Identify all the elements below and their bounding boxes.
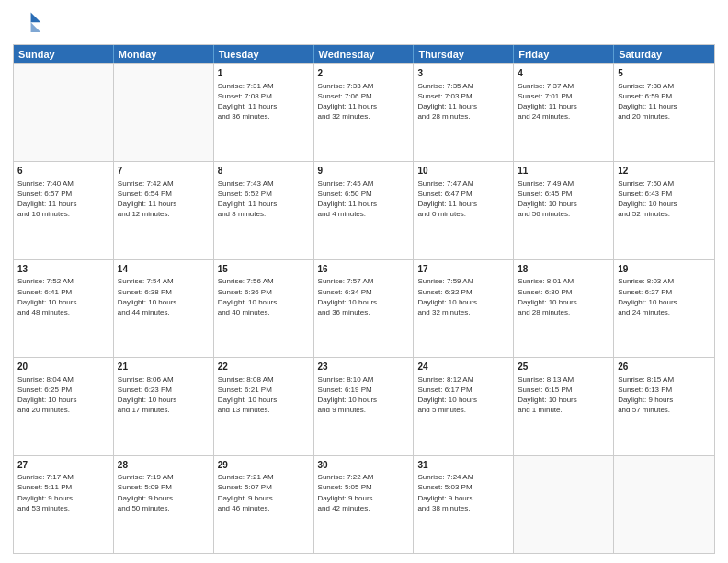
cal-cell: 20Sunrise: 8:04 AM Sunset: 6:25 PM Dayli… <box>14 358 114 454</box>
day-number: 24 <box>417 361 509 373</box>
cell-info: Sunrise: 7:47 AM Sunset: 6:47 PM Dayligh… <box>417 178 509 220</box>
cell-info: Sunrise: 7:56 AM Sunset: 6:36 PM Dayligh… <box>218 276 310 317</box>
day-number: 28 <box>118 459 210 472</box>
cal-cell: 24Sunrise: 8:12 AM Sunset: 6:17 PM Dayli… <box>414 358 514 454</box>
day-number: 18 <box>518 263 609 276</box>
cell-info: Sunrise: 7:52 AM Sunset: 6:41 PM Dayligh… <box>17 276 109 317</box>
cell-info: Sunrise: 8:06 AM Sunset: 6:23 PM Dayligh… <box>118 374 210 416</box>
day-number: 12 <box>618 165 711 178</box>
week-row-4: 20Sunrise: 8:04 AM Sunset: 6:25 PM Dayli… <box>14 357 714 454</box>
cal-cell: 13Sunrise: 7:52 AM Sunset: 6:41 PM Dayli… <box>14 260 114 357</box>
cell-info: Sunrise: 8:08 AM Sunset: 6:21 PM Dayligh… <box>218 374 310 416</box>
cell-info: Sunrise: 7:49 AM Sunset: 6:45 PM Dayligh… <box>518 178 609 220</box>
svg-marker-0 <box>31 13 41 23</box>
cal-cell: 15Sunrise: 7:56 AM Sunset: 6:36 PM Dayli… <box>214 260 314 357</box>
cell-info: Sunrise: 7:35 AM Sunset: 7:03 PM Dayligh… <box>417 81 509 122</box>
cal-cell: 28Sunrise: 7:19 AM Sunset: 5:09 PM Dayli… <box>114 456 214 553</box>
calendar: SundayMondayTuesdayWednesdayThursdayFrid… <box>13 44 715 554</box>
header-day-wednesday: Wednesday <box>314 45 415 63</box>
week-row-3: 13Sunrise: 7:52 AM Sunset: 6:41 PM Dayli… <box>14 259 714 357</box>
cal-cell: 21Sunrise: 8:06 AM Sunset: 6:23 PM Dayli… <box>114 358 214 454</box>
header-day-monday: Monday <box>114 45 214 63</box>
cal-cell: 19Sunrise: 8:03 AM Sunset: 6:27 PM Dayli… <box>614 260 714 357</box>
cal-cell: 26Sunrise: 8:15 AM Sunset: 6:13 PM Dayli… <box>614 358 714 454</box>
cell-info: Sunrise: 7:57 AM Sunset: 6:34 PM Dayligh… <box>318 276 410 317</box>
day-number: 8 <box>218 165 310 178</box>
day-number: 30 <box>318 459 410 472</box>
day-number: 15 <box>218 263 310 276</box>
cell-info: Sunrise: 7:40 AM Sunset: 6:57 PM Dayligh… <box>17 178 109 220</box>
day-number: 13 <box>17 263 109 276</box>
cal-cell <box>514 456 614 553</box>
header-day-sunday: Sunday <box>14 45 114 63</box>
cal-cell: 27Sunrise: 7:17 AM Sunset: 5:11 PM Dayli… <box>14 456 114 553</box>
cell-info: Sunrise: 7:22 AM Sunset: 5:05 PM Dayligh… <box>318 472 410 513</box>
cal-cell <box>614 456 714 553</box>
cal-cell: 25Sunrise: 8:13 AM Sunset: 6:15 PM Dayli… <box>514 358 614 454</box>
day-number: 21 <box>118 361 210 373</box>
cell-info: Sunrise: 7:54 AM Sunset: 6:38 PM Dayligh… <box>118 276 210 317</box>
cal-cell: 17Sunrise: 7:59 AM Sunset: 6:32 PM Dayli… <box>414 260 514 357</box>
cal-cell: 1Sunrise: 7:31 AM Sunset: 7:08 PM Daylig… <box>214 64 314 161</box>
header-day-saturday: Saturday <box>614 45 714 63</box>
cal-cell <box>114 64 214 161</box>
cal-cell <box>14 64 114 161</box>
day-number: 7 <box>118 165 210 178</box>
cal-cell: 7Sunrise: 7:42 AM Sunset: 6:54 PM Daylig… <box>114 162 214 259</box>
header-day-tuesday: Tuesday <box>214 45 314 63</box>
day-number: 2 <box>318 67 410 80</box>
header-day-friday: Friday <box>514 45 614 63</box>
cell-info: Sunrise: 8:13 AM Sunset: 6:15 PM Dayligh… <box>518 374 609 416</box>
cal-cell: 3Sunrise: 7:35 AM Sunset: 7:03 PM Daylig… <box>414 64 514 161</box>
cell-info: Sunrise: 7:31 AM Sunset: 7:08 PM Dayligh… <box>218 81 310 122</box>
header-day-thursday: Thursday <box>414 45 514 63</box>
cell-info: Sunrise: 7:19 AM Sunset: 5:09 PM Dayligh… <box>118 472 210 513</box>
cell-info: Sunrise: 7:50 AM Sunset: 6:43 PM Dayligh… <box>618 178 711 220</box>
cell-info: Sunrise: 8:15 AM Sunset: 6:13 PM Dayligh… <box>618 374 711 416</box>
cell-info: Sunrise: 7:21 AM Sunset: 5:07 PM Dayligh… <box>218 472 310 513</box>
cell-info: Sunrise: 7:17 AM Sunset: 5:11 PM Dayligh… <box>17 472 109 513</box>
cell-info: Sunrise: 7:43 AM Sunset: 6:52 PM Dayligh… <box>218 178 310 220</box>
week-row-5: 27Sunrise: 7:17 AM Sunset: 5:11 PM Dayli… <box>14 455 714 553</box>
cal-cell: 31Sunrise: 7:24 AM Sunset: 5:03 PM Dayli… <box>414 456 514 553</box>
cal-cell: 12Sunrise: 7:50 AM Sunset: 6:43 PM Dayli… <box>614 162 714 259</box>
day-number: 22 <box>218 361 310 373</box>
cal-cell: 9Sunrise: 7:45 AM Sunset: 6:50 PM Daylig… <box>314 162 415 259</box>
cell-info: Sunrise: 7:45 AM Sunset: 6:50 PM Dayligh… <box>318 178 410 220</box>
cell-info: Sunrise: 7:33 AM Sunset: 7:06 PM Dayligh… <box>318 81 410 122</box>
cell-info: Sunrise: 7:38 AM Sunset: 6:59 PM Dayligh… <box>618 81 711 122</box>
cal-cell: 4Sunrise: 7:37 AM Sunset: 7:01 PM Daylig… <box>514 64 614 161</box>
day-number: 16 <box>318 263 410 276</box>
cal-cell: 14Sunrise: 7:54 AM Sunset: 6:38 PM Dayli… <box>114 260 214 357</box>
logo <box>13 9 44 39</box>
day-number: 10 <box>417 165 509 178</box>
day-number: 25 <box>518 361 609 373</box>
week-row-1: 1Sunrise: 7:31 AM Sunset: 7:08 PM Daylig… <box>14 63 714 161</box>
day-number: 9 <box>318 165 410 178</box>
cell-info: Sunrise: 8:04 AM Sunset: 6:25 PM Dayligh… <box>17 374 109 416</box>
cell-info: Sunrise: 8:03 AM Sunset: 6:27 PM Dayligh… <box>618 276 711 317</box>
day-number: 6 <box>17 165 109 178</box>
cal-cell: 22Sunrise: 8:08 AM Sunset: 6:21 PM Dayli… <box>214 358 314 454</box>
cal-cell: 16Sunrise: 7:57 AM Sunset: 6:34 PM Dayli… <box>314 260 415 357</box>
calendar-header: SundayMondayTuesdayWednesdayThursdayFrid… <box>14 45 714 63</box>
day-number: 3 <box>417 67 509 80</box>
day-number: 1 <box>218 67 310 80</box>
cal-cell: 8Sunrise: 7:43 AM Sunset: 6:52 PM Daylig… <box>214 162 314 259</box>
header <box>13 9 715 39</box>
cal-cell: 11Sunrise: 7:49 AM Sunset: 6:45 PM Dayli… <box>514 162 614 259</box>
day-number: 14 <box>118 263 210 276</box>
day-number: 23 <box>318 361 410 373</box>
week-row-2: 6Sunrise: 7:40 AM Sunset: 6:57 PM Daylig… <box>14 161 714 259</box>
cal-cell: 18Sunrise: 8:01 AM Sunset: 6:30 PM Dayli… <box>514 260 614 357</box>
day-number: 26 <box>618 361 711 373</box>
cell-info: Sunrise: 7:24 AM Sunset: 5:03 PM Dayligh… <box>417 472 509 513</box>
day-number: 29 <box>218 459 310 472</box>
page: SundayMondayTuesdayWednesdayThursdayFrid… <box>0 0 728 563</box>
logo-icon <box>13 9 42 39</box>
cal-cell: 30Sunrise: 7:22 AM Sunset: 5:05 PM Dayli… <box>314 456 415 553</box>
cell-info: Sunrise: 8:01 AM Sunset: 6:30 PM Dayligh… <box>518 276 609 317</box>
cal-cell: 23Sunrise: 8:10 AM Sunset: 6:19 PM Dayli… <box>314 358 415 454</box>
cell-info: Sunrise: 7:42 AM Sunset: 6:54 PM Dayligh… <box>118 178 210 220</box>
day-number: 19 <box>618 263 711 276</box>
